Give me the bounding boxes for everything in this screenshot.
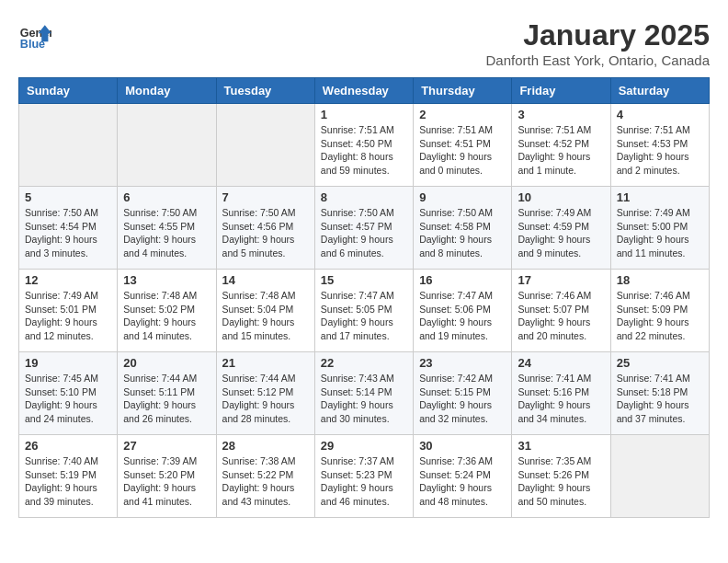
day-info: Sunrise: 7:44 AMSunset: 5:12 PMDaylight:…	[222, 372, 309, 426]
day-number: 19	[25, 356, 111, 370]
day-number: 24	[518, 356, 604, 370]
calendar-cell: 24Sunrise: 7:41 AMSunset: 5:16 PMDayligh…	[512, 352, 610, 435]
day-number: 13	[123, 273, 210, 287]
day-info: Sunrise: 7:47 AMSunset: 5:05 PMDaylight:…	[321, 289, 407, 343]
calendar-cell: 8Sunrise: 7:50 AMSunset: 4:57 PMDaylight…	[314, 187, 413, 270]
weekday-header-saturday: Saturday	[610, 78, 709, 104]
day-number: 21	[222, 356, 309, 370]
day-info: Sunrise: 7:39 AMSunset: 5:20 PMDaylight:…	[123, 454, 210, 509]
calendar-cell: 14Sunrise: 7:48 AMSunset: 5:04 PMDayligh…	[216, 270, 314, 352]
weekday-header-wednesday: Wednesday	[314, 78, 413, 104]
calendar-cell: 10Sunrise: 7:49 AMSunset: 4:59 PMDayligh…	[512, 187, 610, 270]
calendar-cell: 2Sunrise: 7:51 AMSunset: 4:51 PMDaylight…	[414, 104, 512, 187]
weekday-header-sunday: Sunday	[19, 78, 118, 104]
week-row-2: 5Sunrise: 7:50 AMSunset: 4:54 PMDaylight…	[19, 187, 710, 270]
day-number: 11	[617, 190, 703, 204]
day-info: Sunrise: 7:45 AMSunset: 5:10 PMDaylight:…	[25, 372, 111, 426]
day-number: 14	[222, 273, 309, 287]
week-row-5: 26Sunrise: 7:40 AMSunset: 5:19 PMDayligh…	[19, 435, 710, 518]
calendar-cell	[216, 104, 314, 187]
day-info: Sunrise: 7:41 AMSunset: 5:18 PMDaylight:…	[617, 372, 703, 426]
day-number: 4	[617, 108, 703, 121]
weekday-header-thursday: Thursday	[414, 78, 512, 104]
calendar-cell: 26Sunrise: 7:40 AMSunset: 5:19 PMDayligh…	[19, 435, 118, 518]
calendar-cell: 9Sunrise: 7:50 AMSunset: 4:58 PMDaylight…	[414, 187, 512, 270]
day-number: 1	[321, 108, 407, 121]
day-number: 26	[25, 439, 111, 453]
day-info: Sunrise: 7:46 AMSunset: 5:07 PMDaylight:…	[518, 289, 604, 343]
calendar-cell: 23Sunrise: 7:42 AMSunset: 5:15 PMDayligh…	[414, 352, 512, 435]
day-number: 12	[25, 273, 111, 287]
calendar-cell	[610, 435, 709, 518]
weekday-header-tuesday: Tuesday	[216, 78, 314, 104]
day-number: 10	[518, 190, 604, 204]
day-info: Sunrise: 7:36 AMSunset: 5:24 PMDaylight:…	[419, 454, 506, 509]
day-info: Sunrise: 7:49 AMSunset: 4:59 PMDaylight:…	[518, 206, 604, 260]
week-row-4: 19Sunrise: 7:45 AMSunset: 5:10 PMDayligh…	[19, 352, 710, 435]
day-info: Sunrise: 7:49 AMSunset: 5:00 PMDaylight:…	[617, 206, 703, 260]
day-info: Sunrise: 7:44 AMSunset: 5:11 PMDaylight:…	[123, 372, 210, 426]
day-number: 6	[123, 190, 210, 204]
day-info: Sunrise: 7:50 AMSunset: 4:57 PMDaylight:…	[321, 206, 407, 260]
svg-text:Blue: Blue	[20, 38, 45, 51]
day-number: 7	[222, 190, 309, 204]
calendar-cell: 18Sunrise: 7:46 AMSunset: 5:09 PMDayligh…	[610, 270, 709, 352]
day-info: Sunrise: 7:51 AMSunset: 4:51 PMDaylight:…	[419, 123, 506, 178]
calendar-cell: 11Sunrise: 7:49 AMSunset: 5:00 PMDayligh…	[610, 187, 709, 270]
week-row-1: 1Sunrise: 7:51 AMSunset: 4:50 PMDaylight…	[19, 104, 710, 187]
calendar-cell: 20Sunrise: 7:44 AMSunset: 5:11 PMDayligh…	[118, 352, 216, 435]
day-number: 5	[25, 190, 111, 204]
day-number: 18	[617, 273, 703, 287]
calendar-table: SundayMondayTuesdayWednesdayThursdayFrid…	[18, 77, 710, 518]
calendar-cell: 16Sunrise: 7:47 AMSunset: 5:06 PMDayligh…	[414, 270, 512, 352]
day-info: Sunrise: 7:48 AMSunset: 5:04 PMDaylight:…	[222, 289, 309, 343]
day-number: 3	[518, 108, 604, 121]
day-number: 25	[617, 356, 703, 370]
calendar-cell	[19, 104, 118, 187]
day-number: 2	[419, 108, 506, 121]
calendar-cell	[118, 104, 216, 187]
day-number: 29	[321, 439, 407, 453]
day-number: 17	[518, 273, 604, 287]
day-number: 8	[321, 190, 407, 204]
calendar-cell: 12Sunrise: 7:49 AMSunset: 5:01 PMDayligh…	[19, 270, 118, 352]
day-number: 28	[222, 439, 309, 453]
calendar-cell: 13Sunrise: 7:48 AMSunset: 5:02 PMDayligh…	[118, 270, 216, 352]
weekday-header-row: SundayMondayTuesdayWednesdayThursdayFrid…	[19, 78, 710, 104]
day-number: 20	[123, 356, 210, 370]
day-info: Sunrise: 7:49 AMSunset: 5:01 PMDaylight:…	[25, 289, 111, 343]
calendar-subtitle: Danforth East York, Ontario, Canada	[486, 52, 710, 68]
day-number: 9	[419, 190, 506, 204]
calendar-cell: 4Sunrise: 7:51 AMSunset: 4:53 PMDaylight…	[610, 104, 709, 187]
calendar-cell: 21Sunrise: 7:44 AMSunset: 5:12 PMDayligh…	[216, 352, 314, 435]
calendar-cell: 30Sunrise: 7:36 AMSunset: 5:24 PMDayligh…	[414, 435, 512, 518]
day-info: Sunrise: 7:43 AMSunset: 5:14 PMDaylight:…	[321, 372, 407, 426]
day-info: Sunrise: 7:50 AMSunset: 4:54 PMDaylight:…	[25, 206, 111, 260]
day-number: 22	[321, 356, 407, 370]
day-info: Sunrise: 7:41 AMSunset: 5:16 PMDaylight:…	[518, 372, 604, 426]
logo-icon: General Blue	[18, 18, 51, 52]
day-number: 27	[123, 439, 210, 453]
calendar-cell: 6Sunrise: 7:50 AMSunset: 4:55 PMDaylight…	[118, 187, 216, 270]
calendar-cell: 22Sunrise: 7:43 AMSunset: 5:14 PMDayligh…	[314, 352, 413, 435]
day-number: 15	[321, 273, 407, 287]
calendar-cell: 28Sunrise: 7:38 AMSunset: 5:22 PMDayligh…	[216, 435, 314, 518]
day-info: Sunrise: 7:50 AMSunset: 4:58 PMDaylight:…	[419, 206, 506, 260]
calendar-cell: 5Sunrise: 7:50 AMSunset: 4:54 PMDaylight…	[19, 187, 118, 270]
calendar-cell: 1Sunrise: 7:51 AMSunset: 4:50 PMDaylight…	[314, 104, 413, 187]
day-number: 16	[419, 273, 506, 287]
day-info: Sunrise: 7:51 AMSunset: 4:53 PMDaylight:…	[617, 123, 703, 178]
calendar-cell: 31Sunrise: 7:35 AMSunset: 5:26 PMDayligh…	[512, 435, 610, 518]
day-info: Sunrise: 7:51 AMSunset: 4:52 PMDaylight:…	[518, 123, 604, 178]
day-info: Sunrise: 7:48 AMSunset: 5:02 PMDaylight:…	[123, 289, 210, 343]
calendar-cell: 25Sunrise: 7:41 AMSunset: 5:18 PMDayligh…	[610, 352, 709, 435]
day-info: Sunrise: 7:46 AMSunset: 5:09 PMDaylight:…	[617, 289, 703, 343]
day-info: Sunrise: 7:51 AMSunset: 4:50 PMDaylight:…	[321, 123, 407, 178]
day-info: Sunrise: 7:42 AMSunset: 5:15 PMDaylight:…	[419, 372, 506, 426]
calendar-cell: 15Sunrise: 7:47 AMSunset: 5:05 PMDayligh…	[314, 270, 413, 352]
day-number: 31	[518, 439, 604, 453]
weekday-header-monday: Monday	[118, 78, 216, 104]
title-block: January 2025 Danforth East York, Ontario…	[486, 18, 710, 68]
day-info: Sunrise: 7:35 AMSunset: 5:26 PMDaylight:…	[518, 454, 604, 509]
calendar-cell: 17Sunrise: 7:46 AMSunset: 5:07 PMDayligh…	[512, 270, 610, 352]
